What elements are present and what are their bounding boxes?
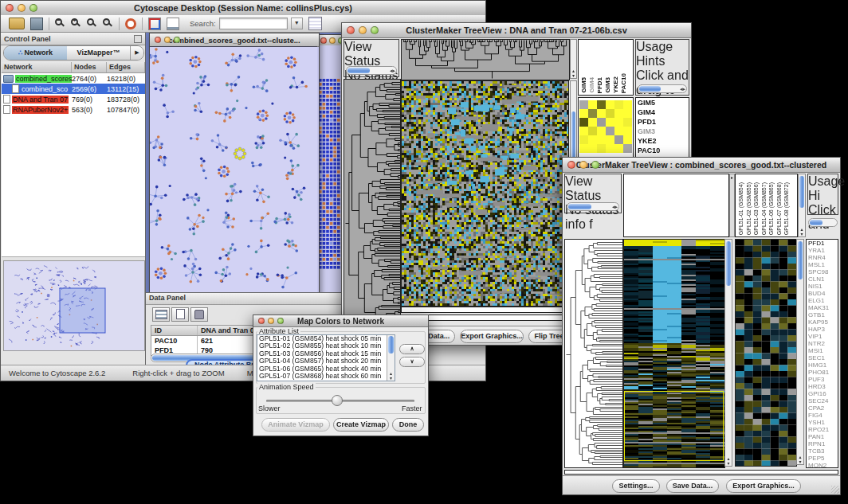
matrix-cell[interactable] [623, 144, 632, 153]
treeview2-titlebar[interactable]: ClusterMaker TreeView : combined_scores_… [563, 158, 840, 173]
gene-label[interactable]: MSL1 [807, 261, 838, 268]
matrix-cell[interactable] [614, 144, 623, 153]
matrix-cell[interactable] [579, 118, 588, 127]
array-label[interactable]: GPL51-06 (GSM865) [768, 182, 775, 235]
tab-overflow-button[interactable]: ▶ [130, 46, 143, 60]
resize-grip[interactable] [831, 486, 839, 494]
slider-thumb[interactable] [332, 395, 343, 406]
array-label[interactable]: GPL51-08 (GSM872) [783, 182, 791, 235]
zoom-vscrollbar[interactable]: ▴▾ [796, 239, 804, 465]
network-graph-canvas[interactable] [150, 46, 317, 295]
gene-label[interactable]: MSI1 [807, 347, 838, 354]
gene-label[interactable]: PUF3 [807, 376, 838, 383]
move-down-button[interactable]: ∨ [399, 357, 425, 367]
matrix-cell[interactable] [588, 144, 597, 153]
matrix-cell[interactable] [606, 118, 614, 127]
matrix-cell[interactable] [588, 118, 597, 127]
matrix-cell[interactable] [588, 100, 597, 109]
column-label[interactable]: PFD1 [596, 77, 604, 93]
minimize-button[interactable] [359, 26, 367, 34]
matrix-cell[interactable] [614, 127, 623, 135]
table-row[interactable]: combined_sco 2569(6) 13112(15) [2, 84, 145, 94]
gene-label[interactable]: NTR2 [807, 340, 838, 347]
gene-label[interactable]: CPA2 [807, 404, 838, 412]
close-button[interactable] [6, 4, 14, 12]
gene-label[interactable]: NIS1 [807, 283, 838, 290]
gene-label[interactable]: GTB1 [807, 311, 838, 318]
attribute-browser-icon[interactable] [308, 17, 322, 30]
tab-network[interactable]: ∴Network [4, 46, 67, 60]
gene-label[interactable]: MON2 [807, 462, 838, 468]
done-button[interactable]: Done [392, 418, 424, 432]
matrix-cell[interactable] [588, 109, 597, 118]
move-up-button[interactable]: ∧ [399, 344, 425, 354]
new-attribute-icon[interactable] [171, 307, 189, 322]
matrix-cell[interactable] [597, 144, 606, 153]
matrix-cell[interactable] [606, 144, 614, 153]
export-graphics-button[interactable]: Export Graphics... [460, 330, 524, 343]
minimize-button[interactable] [268, 318, 274, 324]
matrix-cell[interactable] [606, 109, 614, 118]
matrix-cell[interactable] [597, 100, 606, 109]
dendrogram-vscroll[interactable]: ▴▾ [570, 39, 577, 79]
gene-label[interactable]: YKE2 [636, 136, 689, 146]
dialog-titlebar[interactable]: Map Colors to Network [253, 315, 428, 327]
gene-label[interactable]: PEP5 [807, 455, 838, 462]
heatmap-zoomed[interactable] [735, 239, 797, 467]
attribute-list-scrollbar[interactable]: ▴▾ [387, 335, 395, 381]
attribute-select-icon[interactable] [152, 307, 170, 322]
search-input[interactable] [219, 18, 288, 29]
minimize-button[interactable] [18, 4, 26, 12]
array-label[interactable]: GPL51-07 (GSM868) [775, 182, 783, 235]
column-label[interactable]: GIM4 [588, 77, 596, 93]
correlation-matrix[interactable] [579, 100, 632, 153]
matrix-cell[interactable] [579, 100, 588, 109]
usage-hints-scrollbar[interactable] [808, 218, 838, 227]
zoom-button[interactable] [277, 318, 284, 324]
row-dendrogram[interactable] [344, 79, 401, 326]
annotation-icon[interactable] [167, 18, 179, 30]
minimize-button[interactable] [579, 161, 587, 169]
gene-label[interactable]: SEC24 [807, 397, 838, 404]
zoom-out-icon[interactable]: − [55, 18, 65, 29]
export-graphics-button[interactable]: Export Graphics... [726, 479, 801, 493]
birdseye-view[interactable] [3, 260, 145, 351]
create-vizmap-button[interactable]: Create Vizmap [333, 418, 389, 432]
gene-label[interactable]: FIG4 [807, 412, 838, 419]
matrix-cell[interactable] [623, 127, 632, 135]
column-label[interactable]: GIM5 [580, 77, 588, 93]
array-label[interactable]: GPL51-02 (GSM855) [745, 182, 753, 235]
gene-label[interactable]: ELG1 [807, 297, 838, 304]
grid-network-canvas[interactable] [316, 45, 344, 299]
matrix-cell[interactable] [606, 100, 614, 109]
matrix-cell[interactable] [606, 127, 614, 135]
array-labels-scrollbar[interactable]: ▴▾ [798, 174, 806, 237]
column-label[interactable]: PAC10 [620, 73, 628, 93]
tab-vizmapper[interactable]: VizMapper™ [67, 46, 130, 60]
matrix-cell[interactable] [614, 118, 623, 127]
heatmap-vscrollbar[interactable]: ▴▾ [724, 239, 732, 467]
gene-label[interactable]: TCB3 [807, 447, 838, 455]
gene-label[interactable]: VIP1 [807, 333, 838, 340]
array-label[interactable]: GPL51-03 (GSM856) [752, 182, 760, 235]
delete-attribute-icon[interactable] [190, 307, 208, 322]
minimize-button[interactable] [164, 37, 171, 43]
gene-label[interactable]: PFD1 [636, 117, 689, 127]
zoom-fit-icon[interactable] [87, 18, 97, 29]
open-file-icon[interactable] [9, 18, 25, 29]
treeview1-titlebar[interactable]: ClusterMaker TreeView : DNA and Tran 07-… [342, 23, 691, 38]
close-button[interactable] [258, 318, 265, 324]
help-lifering-icon[interactable] [125, 18, 136, 29]
col-nodes[interactable]: Nodes [72, 62, 107, 72]
gene-label[interactable]: BUD4 [807, 290, 838, 297]
column-dendrogram[interactable] [401, 39, 570, 80]
gene-label[interactable]: YRA1 [807, 247, 838, 254]
gene-label[interactable]: GIM5 [636, 98, 689, 107]
view-status-scrollbar[interactable]: ◂▸ [346, 66, 397, 75]
zoom-button[interactable] [371, 26, 379, 34]
view-status-scrollbar[interactable]: ◂▸ [567, 202, 619, 211]
matrix-cell[interactable] [614, 135, 623, 144]
matrix-cell[interactable] [623, 118, 632, 127]
matrix-cell[interactable] [614, 109, 623, 118]
matrix-cell[interactable] [623, 135, 632, 144]
